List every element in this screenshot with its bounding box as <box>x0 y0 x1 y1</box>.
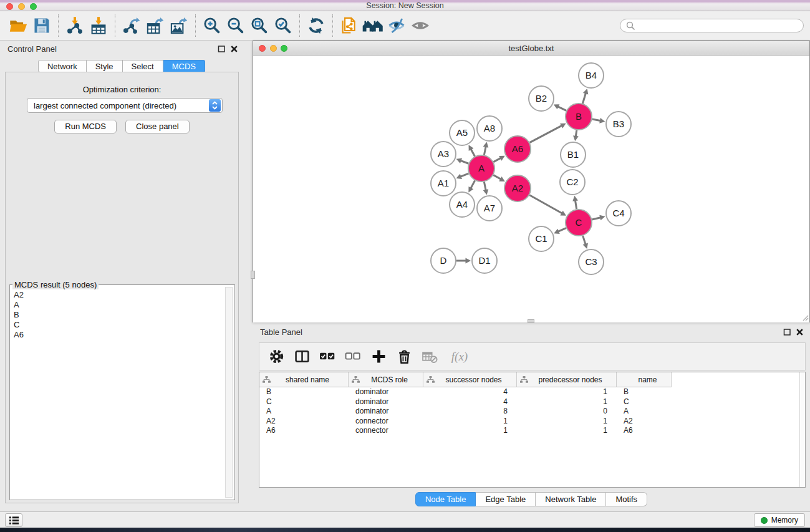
tab-node-table[interactable]: Node Table <box>415 492 476 506</box>
tab-motifs[interactable]: Motifs <box>606 492 647 506</box>
close-panel-button[interactable]: Close panel <box>125 120 190 133</box>
search-input[interactable] <box>635 21 798 30</box>
float-table-panel-icon[interactable] <box>783 328 791 336</box>
float-panel-icon[interactable] <box>218 45 226 53</box>
table-row[interactable]: A2connector11A2 <box>259 417 805 427</box>
tab-select[interactable]: Select <box>123 60 163 72</box>
graph-edge-A-A1[interactable] <box>460 173 469 177</box>
cell-successor-nodes[interactable]: 1 <box>423 417 517 427</box>
column-header-shared-name[interactable]: shared name <box>259 372 349 387</box>
cell-successor-nodes[interactable]: 4 <box>423 397 517 407</box>
add-row-button[interactable] <box>369 347 388 366</box>
function-builder-button[interactable]: f(x) <box>446 347 473 366</box>
cell-predecessor-nodes[interactable]: 1 <box>517 426 617 436</box>
cell-name[interactable]: A <box>617 407 672 417</box>
network-canvas[interactable]: B4B2BB3A8A5A6A3B1AC2A1A2A4A7C4CC1DD1C3 <box>253 56 809 322</box>
cell-mcds-role[interactable]: dominator <box>349 407 423 417</box>
column-header-predecessor-nodes[interactable]: predecessor nodes <box>517 372 617 387</box>
graph-edge-A-A7[interactable] <box>484 182 486 191</box>
mcds-result-scrollbar[interactable] <box>225 287 233 498</box>
hide-panel-button[interactable] <box>385 14 408 37</box>
graph-edge-B-B3[interactable] <box>592 119 601 121</box>
graph-edge-B-B2[interactable] <box>557 106 567 110</box>
column-header-successor-nodes[interactable]: successor nodes <box>423 372 517 387</box>
mcds-result-item[interactable]: A <box>14 300 224 310</box>
graph-edge-A-A5[interactable] <box>471 148 475 157</box>
graph-edge-C-C2[interactable] <box>575 200 576 209</box>
cell-shared-name[interactable]: A <box>259 407 349 417</box>
graph-edge-A-A2[interactable] <box>493 175 501 180</box>
graph-edge-A-A8[interactable] <box>484 146 486 155</box>
cell-mcds-role[interactable]: dominator <box>349 397 423 407</box>
graph-edge-C-C1[interactable] <box>557 228 566 232</box>
task-history-button[interactable] <box>5 513 22 527</box>
left-scroll-thumb[interactable] <box>251 271 255 279</box>
cell-mcds-role[interactable]: connector <box>349 426 423 436</box>
table-settings-button[interactable] <box>267 347 286 366</box>
tab-edge-table[interactable]: Edge Table <box>476 492 536 506</box>
refresh-layout-button[interactable] <box>304 14 328 37</box>
table-row[interactable]: Bdominator41B <box>259 387 805 397</box>
zoom-out-button[interactable] <box>224 14 248 37</box>
graph-edge-A2-C[interactable] <box>529 195 562 214</box>
open-session-button[interactable] <box>337 14 361 37</box>
table-row[interactable]: A6connector11A6 <box>259 426 805 436</box>
table-row[interactable]: Adominator80A <box>259 407 805 417</box>
tab-style[interactable]: Style <box>87 60 123 72</box>
bottom-scroll-thumb[interactable] <box>528 319 534 323</box>
column-header-mcds-role[interactable]: MCDS role <box>349 372 423 387</box>
graph-edge-C-C3[interactable] <box>583 236 586 245</box>
mcds-result-item[interactable]: B <box>14 310 224 320</box>
save-session-button[interactable] <box>30 14 54 37</box>
tab-mcds[interactable]: MCDS <box>163 60 205 72</box>
cell-mcds-role[interactable]: dominator <box>349 387 423 397</box>
cell-name[interactable]: C <box>617 397 672 407</box>
graph-edge-A-A4[interactable] <box>470 180 475 188</box>
table-scrollbar[interactable] <box>799 372 805 487</box>
graph-edge-B-B4[interactable] <box>582 92 586 104</box>
resize-grip-icon[interactable] <box>801 314 809 321</box>
cell-shared-name[interactable]: A6 <box>259 426 349 436</box>
show-panel-button[interactable] <box>408 14 432 37</box>
cell-name[interactable]: A2 <box>617 417 672 427</box>
cell-successor-nodes[interactable]: 8 <box>423 407 517 417</box>
graph-edge-C-C4[interactable] <box>592 218 601 220</box>
cell-shared-name[interactable]: A2 <box>259 417 349 427</box>
mcds-result-item[interactable]: C <box>14 320 224 330</box>
import-table-button[interactable] <box>87 14 110 37</box>
cell-name[interactable]: A6 <box>617 426 672 436</box>
delete-row-button[interactable] <box>395 347 413 366</box>
cell-predecessor-nodes[interactable]: 1 <box>517 397 617 407</box>
search-box[interactable] <box>620 19 804 32</box>
close-table-panel-icon[interactable] <box>796 328 804 336</box>
cell-name[interactable]: B <box>617 387 672 397</box>
cell-shared-name[interactable]: B <box>259 387 349 397</box>
deselect-all-button[interactable] <box>344 347 362 366</box>
zoom-fit-button[interactable] <box>248 14 271 37</box>
mcds-result-item[interactable]: A6 <box>14 330 224 340</box>
cell-predecessor-nodes[interactable]: 1 <box>517 417 617 427</box>
home-view-button[interactable] <box>361 14 385 37</box>
export-image-button[interactable] <box>167 14 191 37</box>
table-row[interactable]: Cdominator41C <box>259 397 805 407</box>
run-mcds-button[interactable]: Run MCDS <box>54 120 117 133</box>
cell-shared-name[interactable]: C <box>259 397 349 407</box>
show-columns-button[interactable] <box>292 347 311 366</box>
graph-edge-A6-B[interactable] <box>529 125 562 143</box>
import-network-button[interactable] <box>63 14 87 37</box>
zoom-selected-button[interactable] <box>271 14 295 37</box>
cell-predecessor-nodes[interactable]: 1 <box>517 387 617 397</box>
cell-successor-nodes[interactable]: 4 <box>423 387 517 397</box>
export-network-button[interactable] <box>120 14 143 37</box>
tab-network-table[interactable]: Network Table <box>536 492 606 506</box>
destroy-table-button[interactable] <box>420 347 439 366</box>
close-panel-icon[interactable] <box>230 45 238 53</box>
cell-mcds-role[interactable]: connector <box>349 417 423 427</box>
memory-button[interactable]: Memory <box>754 513 805 527</box>
select-all-button[interactable] <box>318 347 337 366</box>
graph-edge-A-A6[interactable] <box>493 158 501 162</box>
open-file-button[interactable] <box>6 14 30 37</box>
column-header-name[interactable]: name <box>617 372 672 387</box>
export-table-button[interactable] <box>143 14 167 37</box>
tab-network[interactable]: Network <box>38 60 87 72</box>
